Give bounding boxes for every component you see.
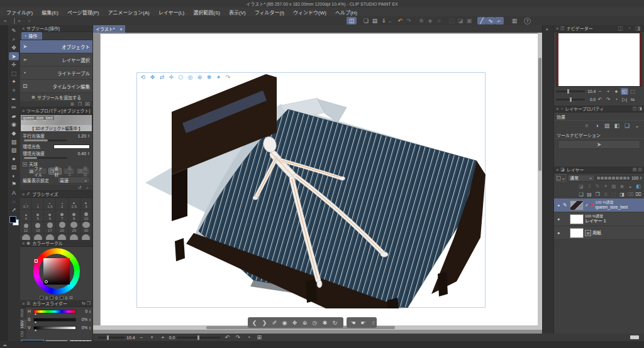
nav-tab-icon[interactable]: ◫ — [616, 25, 625, 32]
new-folder-icon[interactable]: ❐ — [594, 191, 601, 198]
camera-zoom-icon[interactable]: ⇄ — [158, 73, 166, 81]
status-zoom-slider[interactable] — [98, 337, 125, 339]
spinner-icon[interactable]: ▲▼ — [87, 134, 90, 138]
lock-layer-icon[interactable]: ✦ — [602, 183, 609, 190]
brush-size-panel-header[interactable]: ≡✐ブラシサイズ — [20, 191, 92, 198]
spinner-icon[interactable]: ▲▼ — [89, 318, 91, 322]
vertical-scrollbar-thumb[interactable] — [538, 58, 541, 171]
help-icon[interactable]: ? — [524, 18, 531, 24]
layer-visibility-icon[interactable]: ● — [555, 203, 562, 207]
frame-border-tool-icon[interactable]: ⚑ — [9, 180, 19, 189]
invert-selection-icon[interactable]: ▣ — [465, 17, 474, 24]
lock-transparent-icon[interactable]: ▦ — [610, 183, 618, 190]
value-slider[interactable]: ▲ — [33, 326, 76, 330]
sky-material-button[interactable]: ❐素材 — [48, 168, 62, 175]
ink-pen-tool-icon[interactable]: ✒ — [9, 95, 19, 104]
layer-thumbnail[interactable] — [570, 228, 584, 238]
reset-rotation-icon[interactable]: ↻ — [330, 319, 340, 327]
layer-row-paper[interactable]: ● ▤ 用紙 — [554, 226, 644, 240]
new-raster-layer-icon[interactable]: ❏ — [577, 191, 585, 198]
collapse-left-icon[interactable]: « — [4, 18, 6, 24]
new-document-icon[interactable]: ❏ — [362, 17, 370, 24]
foreground-color-swatch[interactable] — [9, 216, 16, 223]
fit-to-window-icon[interactable]: ◱ — [621, 88, 628, 95]
wrench-icon[interactable]: ✐ — [270, 319, 279, 327]
subtool-item-timeline-edit[interactable]: ⊡ タイムライン編集 — [20, 80, 92, 93]
status-rotate-left-icon[interactable]: ↶ — [223, 334, 231, 341]
hue-slider[interactable]: ▲ — [33, 310, 76, 313]
brush-size-cell[interactable] — [44, 234, 56, 240]
status-flip-icon[interactable]: ⊞ — [255, 334, 264, 341]
brush-size-cell[interactable]: 1.5 — [44, 198, 56, 210]
nav-tab-icon[interactable]: ◔ — [625, 25, 633, 32]
brush-size-cell[interactable]: 5 — [32, 210, 44, 222]
reset-rotate-icon[interactable]: ✻ — [417, 17, 426, 24]
page-manager-icon[interactable]: ▥ — [510, 17, 519, 24]
layer-color-effect-icon[interactable]: ◧ — [613, 122, 621, 129]
brush-size-cell[interactable]: 1 — [32, 198, 44, 210]
brush-size-cell[interactable]: 2.5 — [69, 198, 80, 210]
apply-mask-icon[interactable]: ⌫ — [626, 191, 634, 198]
pen-tool-icon[interactable]: ✎ — [9, 26, 19, 35]
nav-tab-icon[interactable]: ◨ — [633, 25, 642, 32]
reset-settings-icon[interactable]: ↺ — [77, 185, 83, 190]
brush-size-cell[interactable]: 20 — [56, 222, 68, 234]
color-wheel-panel-header[interactable]: ≡◉カラーサークル — [20, 240, 92, 247]
spinner-icon[interactable]: ▲▼ — [89, 326, 91, 330]
mask-enable-icon[interactable]: ◉ — [618, 183, 626, 190]
brush-size-cell[interactable]: 4 — [20, 210, 32, 222]
add-subtool-button[interactable]: ⊕ サブツールを追加する — [20, 93, 92, 101]
subtool-group-tab[interactable]: ◔操作 — [21, 32, 42, 40]
saturation-slider[interactable]: ▲ — [33, 318, 76, 322]
undo-icon[interactable]: ↶ — [396, 17, 404, 24]
camera-rotate-icon[interactable]: ⟲ — [139, 73, 147, 81]
navigator-preview[interactable] — [557, 33, 641, 86]
zoom-value[interactable]: 10.4 — [586, 89, 596, 94]
expand-sky-icon[interactable]: + — [23, 162, 27, 166]
status-rotation-value[interactable]: 0.0 — [169, 335, 175, 340]
curve-tool-icon[interactable]: ∿ — [486, 17, 495, 24]
menu-selection[interactable]: 選択範囲(S) — [193, 9, 220, 16]
line-tool-icon[interactable]: ╱ — [477, 17, 486, 24]
body-pose-icon[interactable]: ☛ — [358, 319, 368, 327]
transfer-layer-icon[interactable]: ⚓ — [602, 191, 609, 198]
physics-icon[interactable]: ◷ — [310, 319, 319, 327]
color-slider-panel-header[interactable]: ≡☰カラースライダー ⇆ ❐ — [20, 300, 92, 307]
eraser-tool-icon[interactable]: ▨ — [9, 138, 19, 146]
fill-tool-icon[interactable]: ● — [9, 155, 19, 163]
sky-delete-button[interactable]: ⌧削除 — [76, 168, 90, 175]
camera-angle-icon[interactable]: ◉ — [280, 319, 289, 327]
menu-help[interactable]: ヘルプ(H) — [335, 9, 357, 16]
reference-layer-icon[interactable]: ⇩ — [586, 183, 593, 190]
spinner-icon[interactable]: ▲▼ — [87, 151, 90, 155]
divider-handle[interactable]: ▏« — [14, 18, 21, 24]
duplicate-subtool-icon[interactable]: ❐ — [77, 101, 83, 107]
brush-size-cell[interactable] — [20, 234, 32, 240]
object-rotate-3d-icon[interactable]: ⊛ — [196, 73, 204, 81]
status-zoom-100-icon[interactable]: ▪ — [158, 334, 167, 341]
brush-size-cell[interactable]: 10 — [80, 210, 92, 222]
status-zoom-value[interactable]: 10.4 — [126, 335, 135, 340]
hand-pose-left-icon[interactable]: ☚ — [348, 319, 358, 327]
zoom-out-icon[interactable]: − — [596, 88, 604, 95]
correct-line-tool-icon[interactable]: ➚ — [9, 205, 19, 214]
tab-hsv[interactable]: HSV — [20, 318, 26, 329]
reference-effect-icon[interactable]: ❏ — [623, 122, 631, 129]
tool-property-panel-header[interactable]: ≡ツールプロパティ[オブジェクト] — [20, 107, 92, 114]
delete-subtool-icon[interactable]: ⌧ — [84, 101, 91, 107]
opacity-value[interactable]: 100 — [631, 176, 638, 180]
object-scale-icon[interactable]: ❋ — [205, 73, 213, 81]
marquee-tool-icon[interactable]: ⬚ — [9, 69, 19, 78]
layer-visibility-icon[interactable]: ● — [555, 231, 562, 235]
fit-to-screen-icon[interactable]: ⬚ — [629, 88, 636, 95]
color-settings-icon[interactable]: ⊡ — [69, 295, 72, 300]
move-tool-icon[interactable]: ✛ — [9, 60, 19, 69]
rotate-right-icon[interactable]: ↷ — [604, 96, 612, 103]
text-tool-icon[interactable]: A — [9, 188, 19, 197]
document-page[interactable]: ⟲ ✥ ⇄ ✛ ⬡ ◎ ⊛ ❋ ✦ ↷ — [101, 34, 538, 329]
redo-icon[interactable]: ↷ — [404, 17, 413, 24]
close-tab-icon[interactable]: × — [120, 27, 123, 31]
zoom-100-icon[interactable]: ● — [613, 88, 620, 95]
menu-animation[interactable]: アニメーション(A) — [108, 9, 149, 16]
status-reset-rotation-icon[interactable]: ◔ — [244, 334, 253, 341]
